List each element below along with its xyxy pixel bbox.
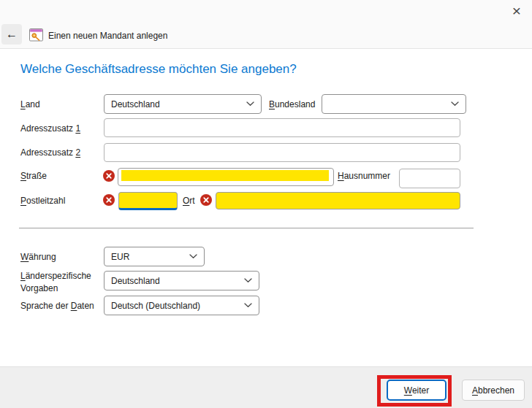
annotation-highlight-box: [377, 375, 452, 407]
adresszusatz1-label: Adresszusatz 1: [20, 123, 80, 134]
waehrung-select[interactable]: EUR: [104, 247, 205, 266]
hausnummer-input[interactable]: [399, 169, 460, 188]
vorgaben-label: Länderspezifische Vorgaben: [20, 270, 91, 295]
title-bar: × ← Einen neuen Mandant anlegen: [0, 0, 532, 49]
strasse-highlight: [121, 170, 329, 181]
waehrung-label: Währung: [20, 252, 56, 262]
sprache-label: Sprache der Daten: [20, 301, 94, 311]
ort-input[interactable]: [216, 192, 460, 209]
adresszusatz2-input[interactable]: [104, 143, 460, 162]
sprache-select-value: Deutsch (Deutschland): [111, 301, 200, 311]
hausnummer-label: Hausnummer: [338, 171, 390, 181]
postleitzahl-label: Postleitzahl: [20, 196, 65, 206]
vorgaben-select-value: Deutschland: [111, 276, 160, 286]
chevron-down-icon: [244, 303, 252, 308]
bundesland-label: Bundesland: [269, 99, 315, 109]
page-title: Welche Geschäftsadresse möchten Sie ange…: [20, 62, 297, 77]
wizard-dialog: × ← Einen neuen Mandant anlegen Welche G…: [0, 0, 532, 408]
postleitzahl-error-icon: [103, 194, 115, 206]
bundesland-select[interactable]: [322, 94, 466, 114]
ort-label: Ort: [183, 196, 195, 206]
land-label: Land: [20, 99, 40, 109]
waehrung-select-value: EUR: [111, 252, 129, 262]
back-button[interactable]: ←: [1, 24, 22, 45]
chevron-down-icon: [451, 101, 459, 107]
section-divider: [19, 228, 474, 228]
land-select[interactable]: Deutschland: [104, 94, 262, 114]
close-icon[interactable]: ×: [506, 1, 528, 20]
back-arrow-icon: ←: [6, 28, 18, 41]
chevron-down-icon: [189, 254, 197, 259]
sprache-select[interactable]: Deutsch (Deutschland): [104, 296, 259, 315]
wizard-app-icon: [29, 28, 43, 42]
land-select-value: Deutschland: [111, 99, 160, 109]
adresszusatz2-label: Adresszusatz 2: [20, 147, 80, 158]
chevron-down-icon: [244, 278, 252, 283]
strasse-error-icon: [103, 170, 115, 182]
vorgaben-select[interactable]: Deutschland: [104, 271, 259, 290]
strasse-input[interactable]: [118, 168, 334, 186]
abbrechen-button[interactable]: Abbrechen: [462, 380, 525, 401]
chevron-down-icon: [246, 101, 254, 107]
ort-error-icon: [200, 194, 212, 206]
footer-bar: [0, 366, 532, 408]
adresszusatz1-input[interactable]: [104, 118, 460, 137]
window-title: Einen neuen Mandant anlegen: [48, 31, 167, 41]
postleitzahl-input[interactable]: [118, 192, 178, 210]
strasse-label: Straße: [20, 171, 47, 181]
